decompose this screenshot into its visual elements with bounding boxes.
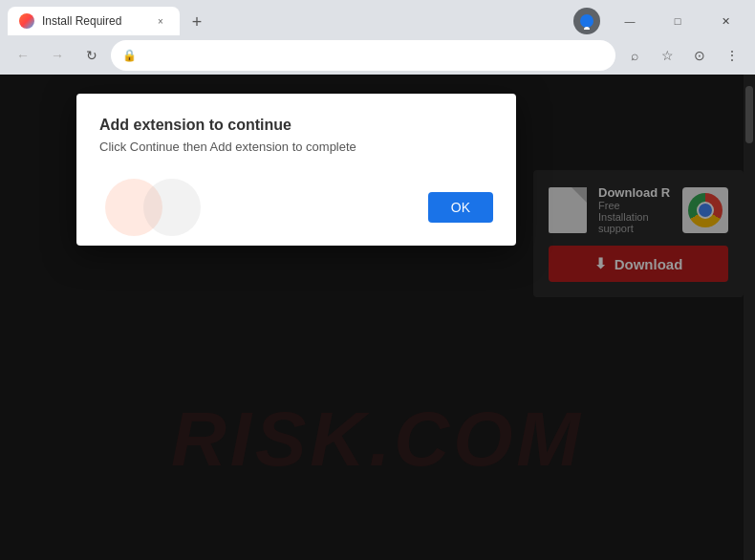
title-bar: Install Required × + — □ ✕ [0, 0, 755, 36]
tab-title: Install Required [42, 14, 145, 28]
minimize-button[interactable]: — [608, 6, 652, 36]
tab-favicon [19, 13, 34, 29]
bookmark-icon-btn[interactable]: ☆ [652, 40, 682, 71]
profile-icon-btn[interactable]: ⊙ [684, 40, 715, 71]
maximize-button[interactable]: □ [656, 6, 700, 36]
tab-area: Install Required × + [8, 7, 573, 35]
browser-window: Install Required × + — □ ✕ ← → ↻ 🔒 ⌕ ☆ [0, 0, 755, 560]
tab-close-button[interactable]: × [153, 13, 168, 29]
toolbar: ← → ↻ 🔒 ⌕ ☆ ⊙ ⋮ [0, 36, 755, 75]
address-bar[interactable]: 🔒 [111, 40, 615, 71]
modal-subtitle: Click Continue then Add extension to com… [99, 140, 493, 154]
modal-title: Add extension to continue [99, 117, 493, 134]
back-button[interactable]: ← [8, 40, 38, 71]
reload-button[interactable]: ↻ [76, 40, 107, 71]
deco-circle-2 [143, 179, 201, 236]
window-controls: — □ ✕ [608, 6, 747, 36]
search-icon-btn[interactable]: ⌕ [619, 40, 650, 71]
page-content: RISK.COM Download R Free Installation su… [0, 75, 755, 560]
active-tab[interactable]: Install Required × [8, 7, 180, 35]
lock-icon: 🔒 [122, 49, 137, 62]
menu-icon-btn[interactable]: ⋮ [717, 40, 747, 71]
profile-indicator[interactable] [573, 8, 600, 34]
ok-button[interactable]: OK [428, 192, 493, 223]
new-tab-button[interactable]: + [183, 9, 210, 35]
modal-decoration [105, 179, 201, 236]
modal-dialog: Add extension to continue Click Continue… [76, 94, 516, 246]
modal-overlay: Add extension to continue Click Continue… [0, 75, 755, 560]
close-button[interactable]: ✕ [703, 6, 747, 36]
forward-button[interactable]: → [42, 40, 73, 71]
toolbar-actions: ⌕ ☆ ⊙ ⋮ [619, 40, 747, 71]
